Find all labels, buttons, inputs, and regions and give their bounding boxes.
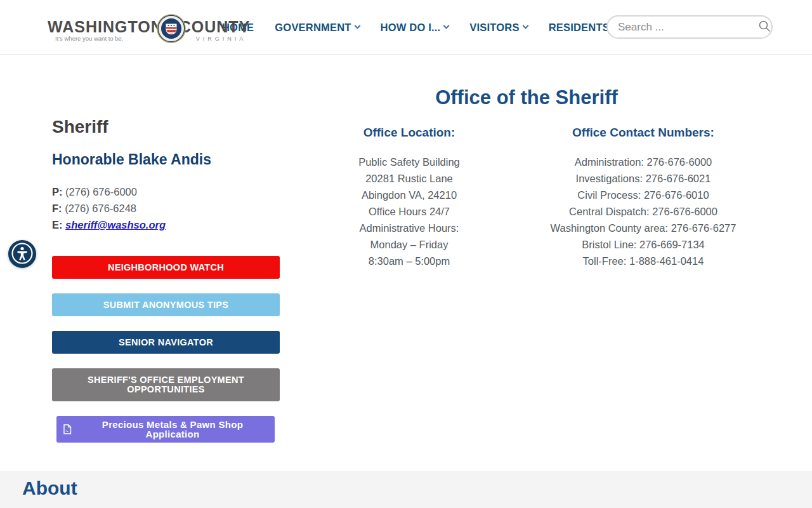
precious-metals-pawn-application-button[interactable]: Precious Metals & Pawn Shop Application [56, 416, 275, 443]
search-input[interactable] [618, 21, 758, 34]
chevron-down-icon [354, 22, 360, 29]
sidebar-title: Sheriff [52, 117, 280, 137]
chevron-down-icon [522, 22, 528, 29]
location-line: 20281 Rustic Lane [333, 170, 485, 187]
about-heading: About [22, 478, 77, 499]
office-location-section: Office Location: Public Safety Building … [333, 126, 485, 269]
sheriff-name: Honorable Blake Andis [52, 151, 280, 168]
contact-number-line: Civil Process: 276-676-6010 [545, 187, 742, 203]
contact-number-line: Administration: 276-676-6000 [545, 154, 742, 170]
accessibility-icon [10, 241, 35, 268]
county-seal-icon [157, 14, 186, 46]
contact-number-line: Central Dispatch: 276-676-6000 [545, 203, 742, 220]
email-line: E: sheriff@washso.org [52, 217, 280, 233]
nav-item-government[interactable]: GOVERNMENT [275, 22, 359, 34]
logo-word-county: COUNTY [180, 18, 251, 36]
location-line: Administrative Hours: [333, 220, 485, 236]
fax-line: F: (276) 676-6248 [52, 200, 280, 217]
nav-item-how-do-i[interactable]: HOW DO I... [381, 22, 449, 34]
sidebar-buttons: NEIGHBORHOOD WATCH SUBMIT ANONYMOUS TIPS… [52, 256, 280, 443]
sheriff-sidebar: Sheriff Honorable Blake Andis P: (276) 6… [52, 117, 280, 443]
contact-number-line: Toll-Free: 1-888-461-0414 [545, 253, 742, 269]
search-icon [758, 20, 771, 34]
page-title: Office of the Sheriff [292, 86, 761, 109]
logo-region: VIRGINIA [196, 36, 251, 42]
office-contacts-heading: Office Contact Numbers: [545, 126, 742, 140]
contact-number-line: Investigations: 276-676-6021 [545, 170, 742, 187]
search-box [606, 15, 773, 39]
submit-anonymous-tips-button[interactable]: SUBMIT ANONYMOUS TIPS [52, 293, 280, 316]
office-contacts-section: Office Contact Numbers: Administration: … [545, 126, 742, 269]
location-line: 8:30am – 5:00pm [333, 253, 485, 269]
site-logo[interactable]: WASHINGTON It's where you want to be. [48, 14, 250, 46]
neighborhood-watch-button[interactable]: NEIGHBORHOOD WATCH [52, 256, 280, 279]
email-link[interactable]: sheriff@washso.org [65, 219, 166, 231]
location-line: Office Hours 24/7 [333, 203, 485, 220]
search-button[interactable] [758, 20, 771, 34]
page: WASHINGTON It's where you want to be. [0, 0, 812, 508]
location-line: Abingdon VA, 24210 [333, 187, 485, 203]
employment-opportunities-button[interactable]: SHERIFF'S OFFICE EMPLOYMENT OPPORTUNITIE… [52, 368, 280, 401]
sheriff-contact-info: P: (276) 676-6000 F: (276) 676-6248 E: s… [52, 184, 280, 233]
logo-word-washington: WASHINGTON [48, 18, 163, 36]
main-nav: HOME GOVERNMENT HOW DO I... VISITORS RES… [222, 0, 618, 55]
contact-number-line: Washington County area: 276-676-6277 [545, 220, 742, 236]
location-line: Public Safety Building [333, 154, 485, 170]
contact-number-line: Bristol Line: 276-669-7134 [545, 236, 742, 253]
chevron-down-icon [443, 22, 450, 29]
accessibility-widget-button[interactable] [8, 240, 36, 268]
about-section: About [0, 471, 812, 508]
location-line: Monday – Friday [333, 236, 485, 253]
senior-navigator-button[interactable]: SENIOR NAVIGATOR [52, 331, 280, 354]
site-header: WASHINGTON It's where you want to be. [0, 0, 812, 55]
phone-line: P: (276) 676-6000 [52, 184, 280, 200]
pdf-file-icon [63, 424, 72, 434]
main-content: Office of the Sheriff Sheriff Honorable … [0, 55, 812, 471]
nav-item-visitors[interactable]: VISITORS [469, 22, 527, 34]
office-location-heading: Office Location: [333, 126, 485, 140]
